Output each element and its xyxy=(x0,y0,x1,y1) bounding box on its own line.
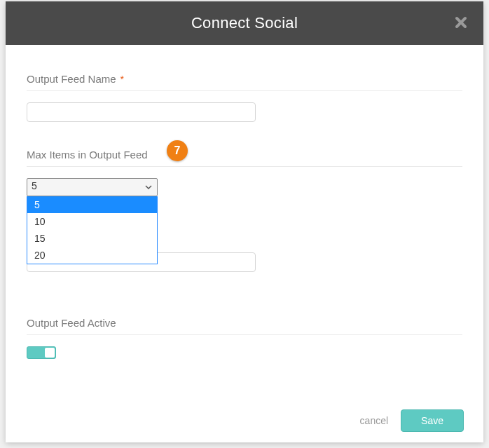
max-items-group: Max Items in Output Feed 7 5 5 10 15 20 xyxy=(27,149,462,196)
dropdown-option[interactable]: 20 xyxy=(27,247,157,264)
output-feed-name-group: Output Feed Name * xyxy=(27,73,462,122)
max-items-select-wrap: 5 5 10 15 20 xyxy=(27,178,158,196)
modal-title: Connect Social xyxy=(191,14,298,32)
label-row: Output Feed Name * xyxy=(27,73,462,91)
modal-footer: cancel Save xyxy=(6,400,483,446)
annotation-badge: 7 xyxy=(167,140,188,161)
modal-body: Output Feed Name * Max Items in Output F… xyxy=(6,45,483,400)
cancel-button[interactable]: cancel xyxy=(360,415,388,426)
dropdown-option[interactable]: 5 xyxy=(27,196,157,213)
modal-header: Connect Social xyxy=(6,1,483,45)
close-button[interactable] xyxy=(454,14,468,32)
output-feed-active-group: Output Feed Active xyxy=(27,317,462,359)
label-row: Max Items in Output Feed 7 xyxy=(27,149,462,167)
dropdown-option[interactable]: 10 xyxy=(27,213,157,230)
max-items-label: Max Items in Output Feed xyxy=(27,149,148,161)
modal-dialog: Connect Social Output Feed Name * Max It… xyxy=(6,1,483,442)
label-row: Output Feed Active xyxy=(27,317,462,335)
max-items-dropdown: 5 10 15 20 xyxy=(27,196,158,264)
close-icon xyxy=(454,15,468,29)
output-feed-name-label: Output Feed Name xyxy=(27,73,116,85)
output-feed-active-label: Output Feed Active xyxy=(27,317,116,329)
dropdown-option[interactable]: 15 xyxy=(27,230,157,247)
max-items-select[interactable]: 5 xyxy=(27,178,158,196)
annotation-number: 7 xyxy=(174,144,181,157)
output-feed-name-input[interactable] xyxy=(27,102,256,122)
required-mark: * xyxy=(120,74,124,85)
toggle-handle xyxy=(45,348,55,358)
output-feed-active-toggle[interactable] xyxy=(27,346,56,359)
save-button[interactable]: Save xyxy=(401,409,464,432)
